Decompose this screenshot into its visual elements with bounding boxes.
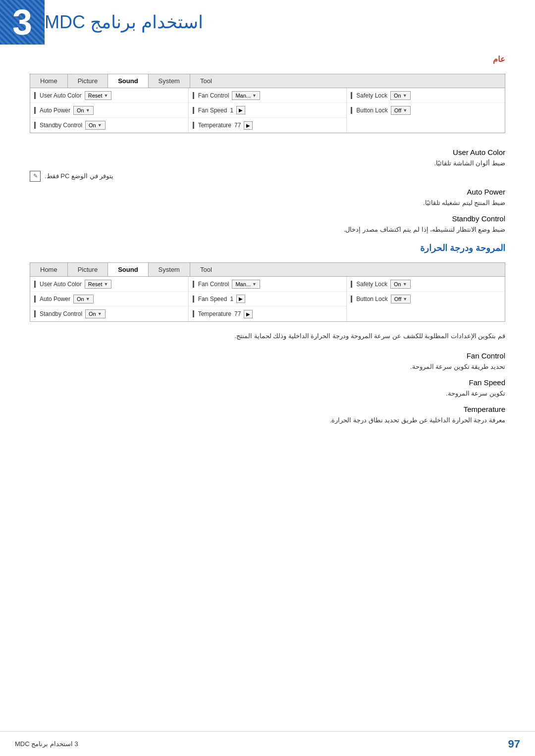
bar-icon <box>193 122 194 129</box>
table-row: Temperature 77 ▶ <box>189 306 347 321</box>
tab-sound-1[interactable]: Sound <box>108 74 148 88</box>
desc-section-2: Fan Control تحديد طريقة تكوين سرعة المرو… <box>0 342 535 425</box>
bar-icon <box>193 296 194 302</box>
bar-icon <box>193 107 194 114</box>
desc-title-user-auto-color: User Auto Color <box>30 148 505 156</box>
table-row: Fan Control Man... ▼ <box>189 88 347 103</box>
page-header: استخدام برنامج MDC 3 <box>0 0 535 45</box>
bar-icon <box>351 92 352 99</box>
bar-icon <box>34 92 36 99</box>
bar-icon <box>34 310 36 317</box>
desc-section-1: User Auto Color ضبط ألوان الشاشة تلقائيً… <box>0 138 535 235</box>
tab-home-1[interactable]: Home <box>30 74 68 88</box>
tab-col-3b: Safety Lock On ▼ Button Lock Off ▼ <box>347 277 505 321</box>
table-row: Button Lock Off ▼ <box>347 103 505 118</box>
chapter-number: 3 <box>12 4 32 40</box>
note-icon: ✎ <box>30 171 41 182</box>
tab-body-2: User Auto Color Reset ▼ Auto Power On ▼ … <box>30 277 505 321</box>
section2-heading-text: المروحة ودرجة الحرارة <box>420 243 505 253</box>
table-row: Auto Power On ▼ <box>30 103 188 118</box>
bar-icon <box>34 122 36 129</box>
tab-system-2[interactable]: System <box>149 263 190 276</box>
desc-title-auto-power: Auto Power <box>30 188 505 196</box>
table-row: Standby Control On ▼ <box>30 118 188 133</box>
tab-sound-2[interactable]: Sound <box>108 263 148 276</box>
section1-label: عام <box>0 45 535 69</box>
user-auto-color-dropdown[interactable]: Reset ▼ <box>85 91 112 100</box>
bar-icon <box>193 310 194 317</box>
section2-heading: المروحة ودرجة الحرارة <box>0 235 535 257</box>
table-row: User Auto Color Reset ▼ <box>30 277 188 292</box>
tab-picture-2[interactable]: Picture <box>68 263 108 276</box>
standby-control-dropdown[interactable]: On ▼ <box>85 121 106 130</box>
button-lock-dropdown-2[interactable]: Off ▼ <box>391 295 411 303</box>
section2-intro: قم بتكوين الإعدادات المطلوبة للكشف عن سر… <box>0 327 535 342</box>
user-auto-color-dropdown-2[interactable]: Reset ▼ <box>85 280 112 289</box>
table-row: Fan Speed 1 ▶ <box>189 103 347 118</box>
table-row: Auto Power On ▼ <box>30 292 188 306</box>
temperature-arrow[interactable]: ▶ <box>244 121 253 130</box>
table-row: Safety Lock On ▼ <box>347 88 505 103</box>
desc-text-user-auto-color: ضبط ألوان الشاشة تلقائيًا. <box>30 158 505 169</box>
tab-table-1: Home Picture Sound System Tool User Auto… <box>30 74 505 133</box>
chapter-number-box: 3 <box>0 0 45 45</box>
safety-lock-dropdown-2[interactable]: On ▼ <box>390 280 411 289</box>
tab-picture-1[interactable]: Picture <box>68 74 108 88</box>
desc-title-fan-speed: Fan Speed <box>30 378 505 387</box>
tab-col-2b: Fan Control Man... ▼ Fan Speed 1 ▶ Tempe… <box>189 277 347 321</box>
table-row: Fan Control Man... ▼ <box>189 277 347 292</box>
table-row: Fan Speed 1 ▶ <box>189 292 347 306</box>
auto-power-dropdown-2[interactable]: On ▼ <box>73 295 94 303</box>
bar-icon <box>34 107 36 114</box>
tab-header-2: Home Picture Sound System Tool <box>30 263 505 277</box>
safety-lock-dropdown[interactable]: On ▼ <box>390 91 411 100</box>
desc-text-temperature: معرفة درجة الحرارة الداخلية عن طريق تحدي… <box>30 415 505 426</box>
desc-text-auto-power: ضبط المنتج ليتم تشغيله تلقائيًا. <box>30 198 505 208</box>
tab-col-1: User Auto Color Reset ▼ Auto Power On ▼ … <box>30 88 189 133</box>
table-row: Temperature 77 ▶ <box>189 118 347 133</box>
section1-label-text: عام <box>493 55 505 63</box>
tab-header-1: Home Picture Sound System Tool <box>30 74 505 88</box>
tab-col-2: Fan Control Man... ▼ Fan Speed 1 ▶ Tempe… <box>189 88 347 133</box>
fan-control-dropdown[interactable]: Man... ▼ <box>232 91 260 100</box>
desc-text-fan-speed: تكوين سرعة المروحة. <box>30 389 505 399</box>
desc-note-pc: يتوفر في الوضع PC فقط. ✎ <box>30 171 505 182</box>
table-row: User Auto Color Reset ▼ <box>30 88 188 103</box>
tab-home-2[interactable]: Home <box>30 263 68 276</box>
button-lock-dropdown[interactable]: Off ▼ <box>391 106 411 115</box>
desc-text-standby: ضبط وضع الانتظار لتنشيطه، إذا لم يتم اكت… <box>30 225 505 235</box>
fan-control-dropdown-2[interactable]: Man... ▼ <box>232 280 260 289</box>
bar-icon <box>34 296 36 302</box>
temperature-arrow-2[interactable]: ▶ <box>244 310 253 318</box>
tab-tool-2[interactable]: Tool <box>190 263 222 276</box>
bar-icon <box>34 281 36 288</box>
chapter-title: استخدام برنامج MDC <box>45 0 535 45</box>
table-row: Safety Lock On ▼ <box>347 277 505 292</box>
tab-tool-1[interactable]: Tool <box>190 74 222 88</box>
desc-title-temperature: Temperature <box>30 405 505 413</box>
desc-text-fan-control: تحديد طريقة تكوين سرعة المروحة. <box>30 362 505 372</box>
fan-speed-arrow-2[interactable]: ▶ <box>236 295 245 303</box>
page-number: 97 <box>508 738 520 751</box>
tab-col-3: Safety Lock On ▼ Button Lock Off ▼ <box>347 88 505 133</box>
table-row: Button Lock Off ▼ <box>347 292 505 306</box>
fan-speed-arrow[interactable]: ▶ <box>236 106 245 114</box>
auto-power-dropdown[interactable]: On ▼ <box>73 106 94 115</box>
desc-title-standby: Standby Control <box>30 214 505 223</box>
title-text: استخدام برنامج MDC <box>45 12 203 33</box>
tab-col-1b: User Auto Color Reset ▼ Auto Power On ▼ … <box>30 277 189 321</box>
bar-icon <box>351 281 352 288</box>
tab-table-2: Home Picture Sound System Tool User Auto… <box>30 262 505 322</box>
bar-icon <box>193 281 194 288</box>
page-footer: 97 3 استخدام برنامج MDC <box>0 731 535 756</box>
tab-system-1[interactable]: System <box>149 74 190 88</box>
standby-control-dropdown-2[interactable]: On ▼ <box>85 309 106 318</box>
section2-intro-text: قم بتكوين الإعدادات المطلوبة للكشف عن سر… <box>234 332 505 340</box>
bar-icon <box>351 107 352 114</box>
note-text-pc: يتوفر في الوضع PC فقط. <box>45 172 113 180</box>
footer-text: 3 استخدام برنامج MDC <box>15 740 78 748</box>
bar-icon <box>351 296 352 302</box>
table-row: Standby Control On ▼ <box>30 306 188 321</box>
bar-icon <box>193 92 194 99</box>
desc-title-fan-control: Fan Control <box>30 352 505 360</box>
